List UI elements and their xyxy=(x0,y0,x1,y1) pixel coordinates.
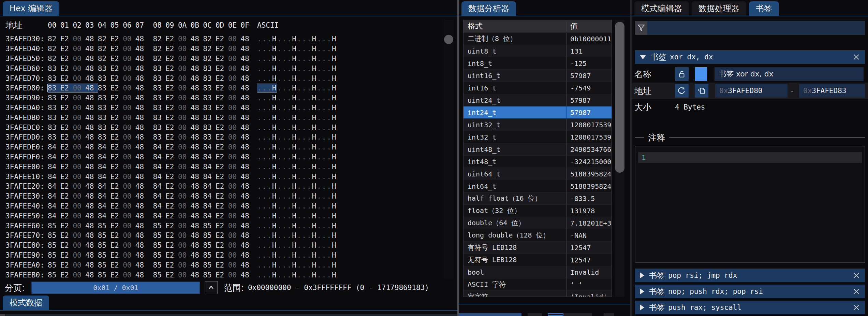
hex-byte[interactable]: 48 xyxy=(85,241,98,249)
ascii-char[interactable]: . xyxy=(322,182,327,190)
ascii-char[interactable]: . xyxy=(257,241,262,249)
ascii-char[interactable]: . xyxy=(327,241,332,249)
hex-byte[interactable]: 84 xyxy=(48,202,60,210)
hex-byte[interactable]: E2 xyxy=(60,231,73,240)
ascii-char[interactable]: . xyxy=(317,114,322,122)
ascii-char[interactable]: . xyxy=(267,231,272,240)
hex-byte[interactable]: 00 xyxy=(73,104,85,112)
ascii-char[interactable]: . xyxy=(327,182,332,190)
ascii-char[interactable]: . xyxy=(282,153,287,161)
ascii-char[interactable]: . xyxy=(297,45,302,53)
hex-byte[interactable]: 48 xyxy=(240,212,253,220)
ascii-char[interactable]: . xyxy=(307,241,312,249)
ascii-char[interactable]: . xyxy=(277,153,282,161)
ascii-char[interactable]: . xyxy=(257,84,262,92)
hex-byte[interactable]: 48 xyxy=(135,163,148,171)
hex-byte[interactable]: E2 xyxy=(60,192,73,200)
ascii-char[interactable]: . xyxy=(317,133,322,141)
hex-byte[interactable]: 84 xyxy=(203,153,216,161)
hex-byte[interactable]: 85 xyxy=(153,271,166,279)
ascii-char[interactable]: H xyxy=(332,133,337,141)
hex-byte[interactable]: 48 xyxy=(135,55,148,63)
ascii-char[interactable]: . xyxy=(322,133,327,141)
ascii-char[interactable]: . xyxy=(282,231,287,240)
hex-byte[interactable]: 00 xyxy=(178,173,191,181)
hex-byte[interactable]: E2 xyxy=(60,271,73,279)
inspector-row[interactable]: uint64_t5188395824 xyxy=(464,168,612,180)
inspector-row[interactable]: 有符号 LEB12812547 xyxy=(464,241,612,254)
hex-byte[interactable]: 00 xyxy=(123,104,135,112)
hex-byte[interactable]: 84 xyxy=(153,153,166,161)
ascii-char[interactable]: . xyxy=(267,94,272,102)
hex-scrollbar[interactable] xyxy=(444,20,453,279)
hex-byte[interactable]: E2 xyxy=(110,124,123,132)
hex-byte[interactable]: 83 xyxy=(98,94,111,102)
hex-byte[interactable]: 48 xyxy=(191,212,203,220)
hex-byte[interactable]: 83 xyxy=(203,94,216,102)
ascii-char[interactable]: . xyxy=(287,94,292,102)
ascii-char[interactable]: H xyxy=(312,55,317,63)
tab-data-inspector[interactable]: 数据分析器 xyxy=(461,1,516,16)
hex-byte[interactable]: E2 xyxy=(165,173,178,181)
ascii-char[interactable]: . xyxy=(287,45,292,53)
ascii-char[interactable]: . xyxy=(262,202,267,210)
hex-byte[interactable]: 00 xyxy=(123,202,135,210)
hex-byte[interactable]: 83 xyxy=(203,133,216,141)
ascii-char[interactable]: . xyxy=(287,192,292,200)
hex-byte[interactable]: 00 xyxy=(123,182,135,190)
hex-byte[interactable]: E2 xyxy=(110,94,123,102)
ascii-char[interactable]: H xyxy=(272,143,277,151)
hex-byte[interactable]: 48 xyxy=(240,251,253,259)
ascii-char[interactable]: H xyxy=(272,261,277,269)
hex-byte[interactable]: 48 xyxy=(191,45,203,53)
ascii-char[interactable]: . xyxy=(257,104,262,112)
ascii-char[interactable]: . xyxy=(267,241,272,249)
ascii-char[interactable]: H xyxy=(332,251,337,259)
hex-byte[interactable]: E2 xyxy=(110,212,123,220)
ascii-char[interactable]: . xyxy=(327,231,332,240)
ascii-char[interactable]: H xyxy=(272,192,277,200)
hex-byte[interactable]: 00 xyxy=(228,182,241,190)
ascii-char[interactable]: . xyxy=(262,241,267,249)
ascii-char[interactable]: . xyxy=(322,271,327,279)
ascii-char[interactable]: . xyxy=(287,124,292,132)
ascii-char[interactable]: . xyxy=(267,163,272,171)
hex-byte[interactable]: 00 xyxy=(73,231,85,240)
hex-byte[interactable]: 00 xyxy=(178,241,191,249)
ascii-char[interactable]: . xyxy=(302,212,307,220)
ascii-char[interactable]: H xyxy=(312,114,317,122)
ascii-char[interactable]: . xyxy=(277,45,282,53)
hex-byte[interactable]: 48 xyxy=(135,84,148,92)
hex-byte[interactable]: 85 xyxy=(98,222,111,230)
ascii-char[interactable]: H xyxy=(272,133,277,141)
hex-byte[interactable]: E2 xyxy=(216,74,228,83)
ascii-char[interactable]: . xyxy=(287,104,292,112)
ascii-char[interactable]: . xyxy=(322,251,327,259)
hex-byte[interactable]: E2 xyxy=(60,173,73,181)
ascii-char[interactable]: . xyxy=(287,114,292,122)
ascii-char[interactable]: . xyxy=(327,74,332,83)
jump-button[interactable] xyxy=(675,84,689,98)
hex-byte[interactable]: 82 xyxy=(48,35,60,43)
close-icon[interactable] xyxy=(853,304,860,311)
hex-byte[interactable]: 84 xyxy=(48,153,60,161)
hex-byte[interactable]: 48 xyxy=(240,241,253,249)
ascii-char[interactable]: H xyxy=(312,182,317,190)
ascii-char[interactable]: . xyxy=(257,173,262,181)
hex-byte[interactable]: E2 xyxy=(216,55,228,63)
ascii-char[interactable]: H xyxy=(312,192,317,200)
hex-byte[interactable]: 48 xyxy=(135,182,148,190)
hex-byte[interactable]: 84 xyxy=(48,212,60,220)
bookmark-expanded-header[interactable]: 书签 xor dx, dx xyxy=(635,50,865,64)
hex-byte[interactable]: E2 xyxy=(165,251,178,259)
ascii-char[interactable]: H xyxy=(312,222,317,230)
hex-byte[interactable]: 48 xyxy=(135,153,148,161)
hex-byte[interactable]: 84 xyxy=(98,163,111,171)
ascii-char[interactable]: . xyxy=(257,133,262,141)
hex-byte[interactable]: 48 xyxy=(85,143,98,151)
ascii-char[interactable]: H xyxy=(292,182,297,190)
ascii-char[interactable]: H xyxy=(292,104,297,112)
hex-byte[interactable]: 48 xyxy=(135,45,148,53)
hex-byte[interactable]: E2 xyxy=(165,202,178,210)
ascii-char[interactable]: . xyxy=(262,231,267,240)
